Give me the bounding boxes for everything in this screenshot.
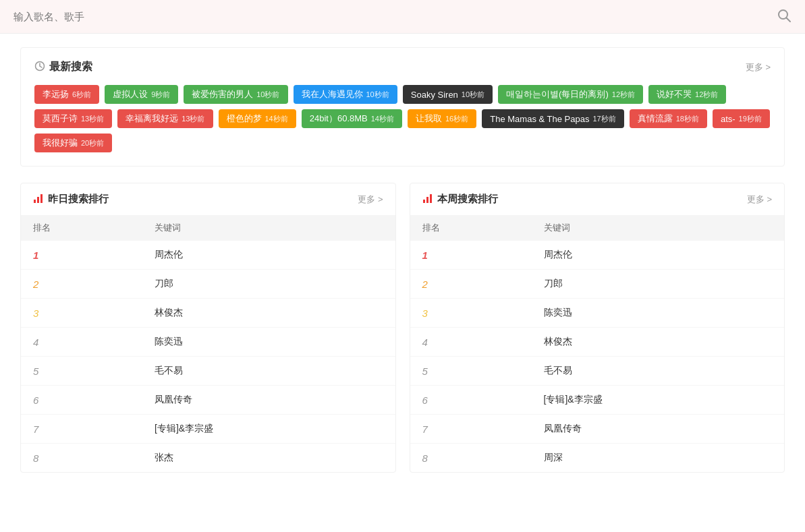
rank-number: 2 (33, 278, 38, 290)
tag-item[interactable]: 24bit）60.8MB14秒前 (302, 109, 402, 128)
keyword-cell: 林俊杰 (142, 299, 395, 328)
rank-number: 4 (422, 336, 428, 348)
keyword-cell: 周杰伦 (532, 241, 785, 270)
svg-rect-3 (34, 200, 36, 203)
yesterday-ranking-title: 昨日搜索排行 (33, 193, 109, 206)
rank-number: 8 (422, 452, 428, 464)
weekly-ranking-title: 本周搜索排行 (422, 193, 498, 206)
rank-number: 7 (422, 423, 428, 435)
svg-rect-8 (430, 194, 432, 203)
rank-number: 1 (422, 249, 428, 261)
rank-number: 1 (33, 249, 38, 261)
keyword-cell: 毛不易 (142, 357, 395, 386)
yesterday-col-keyword: 关键词 (142, 215, 395, 241)
rank-number: 8 (33, 452, 38, 464)
tag-item[interactable]: 真情流露18秒前 (630, 109, 707, 128)
keyword-cell: 凤凰传奇 (532, 415, 785, 444)
table-row[interactable]: 8 周深 (410, 444, 785, 473)
tag-item[interactable]: 说好不哭12秒前 (648, 85, 726, 104)
recent-header: 最新搜索 更多 > (34, 60, 771, 74)
table-row[interactable]: 6 凤凰传奇 (21, 386, 395, 415)
weekly-ranking-table: 排名 关键词 1 周杰伦2 刀郎3 陈奕迅4 林俊杰5 毛不易6 (410, 215, 785, 472)
rank-number: 5 (422, 365, 428, 377)
keyword-cell: 陈奕迅 (142, 328, 395, 357)
tag-item[interactable]: ats-19秒前 (713, 109, 770, 128)
rank-number: 2 (422, 278, 428, 290)
keyword-cell: 毛不易 (532, 357, 785, 386)
search-input[interactable] (13, 11, 777, 22)
table-row[interactable]: 1 周杰伦 (21, 241, 395, 270)
keyword-cell: [专辑]&李宗盛 (532, 386, 785, 415)
tag-item[interactable]: The Mamas & The Papas17秒前 (482, 109, 623, 128)
table-row[interactable]: 6 [专辑]&李宗盛 (410, 386, 785, 415)
rank-number: 4 (33, 336, 38, 348)
svg-rect-5 (40, 194, 43, 203)
tag-item[interactable]: 매일하는이별(每日的离别)12秒前 (498, 85, 643, 104)
tag-item[interactable]: 让我取16秒前 (408, 109, 476, 128)
keyword-cell: 凤凰传奇 (142, 386, 395, 415)
keyword-cell: 周杰伦 (142, 241, 395, 270)
weekly-ranking-header: 本周搜索排行 更多 > (410, 183, 785, 215)
keyword-cell: 张杰 (142, 444, 395, 473)
weekly-more-link[interactable]: 更多 > (747, 194, 772, 206)
tag-item[interactable]: 幸福离我好远13秒前 (117, 109, 213, 128)
rank-number: 5 (33, 365, 38, 377)
recent-searches-section: 最新搜索 更多 > 李远扬6秒前虚拟人设9秒前被爱伤害的男人10秒前我在人海遇见… (20, 47, 785, 167)
weekly-ranking-section: 本周搜索排行 更多 > 排名 关键词 1 周杰伦2 刀郎3 陈 (410, 183, 785, 473)
tag-item[interactable]: Soaky Siren10秒前 (403, 85, 493, 104)
tag-item[interactable]: 虚拟人设9秒前 (105, 85, 178, 104)
weekly-col-keyword: 关键词 (532, 215, 785, 241)
keyword-cell: 刀郎 (142, 270, 395, 299)
rank-number: 6 (33, 394, 38, 406)
tag-item[interactable]: 我在人海遇见你10秒前 (294, 85, 397, 104)
rank-number: 6 (422, 394, 428, 406)
yesterday-col-rank: 排名 (21, 215, 142, 241)
rankings-wrapper: 昨日搜索排行 更多 > 排名 关键词 1 周杰伦2 刀郎3 林 (20, 183, 785, 473)
yesterday-ranking-table: 排名 关键词 1 周杰伦2 刀郎3 林俊杰4 陈奕迅5 毛不易6 (21, 215, 395, 472)
chart-icon (33, 193, 44, 206)
recent-more-link[interactable]: 更多 > (746, 61, 771, 73)
table-row[interactable]: 5 毛不易 (21, 357, 395, 386)
keyword-cell: 林俊杰 (532, 328, 785, 357)
keyword-cell: 刀郎 (532, 270, 785, 299)
tag-item[interactable]: 李远扬6秒前 (34, 85, 99, 104)
chart-icon-weekly (422, 193, 433, 206)
table-row[interactable]: 7 凤凰传奇 (410, 415, 785, 444)
main-content: 最新搜索 更多 > 李远扬6秒前虚拟人设9秒前被爱伤害的男人10秒前我在人海遇见… (0, 34, 805, 486)
tag-item[interactable]: 被爱伤害的男人10秒前 (184, 85, 287, 104)
search-bar (0, 0, 805, 34)
table-row[interactable]: 2 刀郎 (21, 270, 395, 299)
rank-number: 7 (33, 423, 38, 435)
yesterday-more-link[interactable]: 更多 > (358, 194, 383, 206)
svg-line-1 (787, 18, 791, 22)
table-row[interactable]: 8 张杰 (21, 444, 395, 473)
keyword-cell: [专辑]&李宗盛 (142, 415, 395, 444)
recent-title: 最新搜索 (34, 60, 92, 74)
weekly-col-rank: 排名 (410, 215, 532, 241)
svg-rect-4 (37, 197, 39, 203)
table-row[interactable]: 3 陈奕迅 (410, 299, 785, 328)
tag-item[interactable]: 莫西子诗13秒前 (34, 109, 112, 128)
table-row[interactable]: 4 林俊杰 (410, 328, 785, 357)
yesterday-ranking-header: 昨日搜索排行 更多 > (21, 183, 395, 215)
svg-rect-7 (426, 197, 428, 203)
tags-container: 李远扬6秒前虚拟人设9秒前被爱伤害的男人10秒前我在人海遇见你10秒前Soaky… (34, 85, 771, 152)
table-row[interactable]: 7 [专辑]&李宗盛 (21, 415, 395, 444)
table-row[interactable]: 4 陈奕迅 (21, 328, 395, 357)
search-icon[interactable] (777, 8, 792, 25)
keyword-cell: 周深 (532, 444, 785, 473)
table-row[interactable]: 5 毛不易 (410, 357, 785, 386)
svg-rect-6 (423, 200, 425, 203)
history-icon (34, 61, 45, 74)
table-row[interactable]: 2 刀郎 (410, 270, 785, 299)
rank-number: 3 (33, 307, 38, 319)
tag-item[interactable]: 橙色的梦14秒前 (219, 109, 296, 128)
rank-number: 3 (422, 307, 428, 319)
yesterday-ranking-section: 昨日搜索排行 更多 > 排名 关键词 1 周杰伦2 刀郎3 林 (20, 183, 396, 473)
table-row[interactable]: 3 林俊杰 (21, 299, 395, 328)
tag-item[interactable]: 我很好骗20秒前 (34, 134, 112, 152)
table-row[interactable]: 1 周杰伦 (410, 241, 785, 270)
keyword-cell: 陈奕迅 (532, 299, 785, 328)
